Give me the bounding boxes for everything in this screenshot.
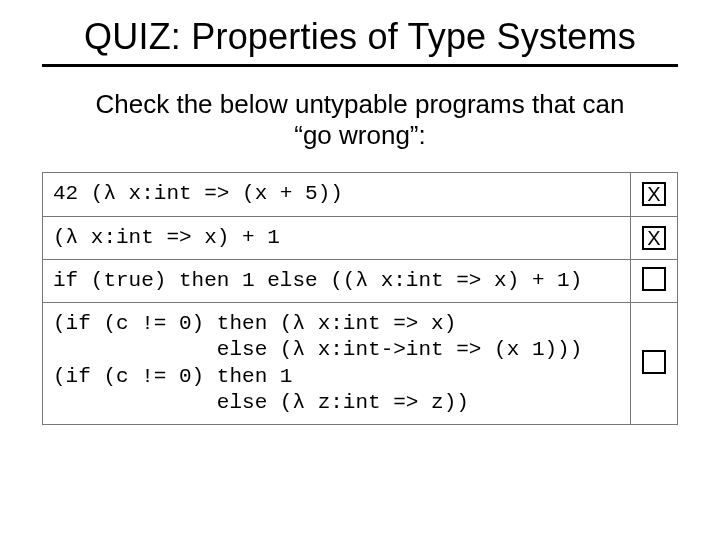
checkbox[interactable]: X — [642, 182, 666, 206]
quiz-table: 42 (λ x:int => (x + 5)) X (λ x:int => x)… — [42, 172, 678, 425]
table-row: 42 (λ x:int => (x + 5)) X — [43, 173, 678, 216]
checkbox-cell: X — [631, 173, 678, 216]
slide: QUIZ: Properties of Type Systems Check t… — [0, 0, 720, 540]
checkbox[interactable] — [642, 350, 666, 374]
checkbox[interactable] — [642, 267, 666, 291]
checkbox-cell: X — [631, 216, 678, 259]
slide-title: QUIZ: Properties of Type Systems — [42, 16, 678, 58]
checkbox[interactable]: X — [642, 226, 666, 250]
table-row: (λ x:int => x) + 1 X — [43, 216, 678, 259]
checkbox-cell — [631, 303, 678, 425]
prompt-line-1: Check the below untypable programs that … — [96, 89, 625, 119]
checkbox-cell — [631, 259, 678, 302]
program-code: 42 (λ x:int => (x + 5)) — [43, 173, 631, 216]
prompt-line-2: “go wrong”: — [294, 120, 426, 150]
program-code: (λ x:int => x) + 1 — [43, 216, 631, 259]
quiz-prompt: Check the below untypable programs that … — [42, 89, 678, 150]
table-row: (if (c != 0) then (λ x:int => x) else (λ… — [43, 303, 678, 425]
program-code: if (true) then 1 else ((λ x:int => x) + … — [43, 259, 631, 302]
title-divider — [42, 64, 678, 67]
table-row: if (true) then 1 else ((λ x:int => x) + … — [43, 259, 678, 302]
program-code: (if (c != 0) then (λ x:int => x) else (λ… — [43, 303, 631, 425]
